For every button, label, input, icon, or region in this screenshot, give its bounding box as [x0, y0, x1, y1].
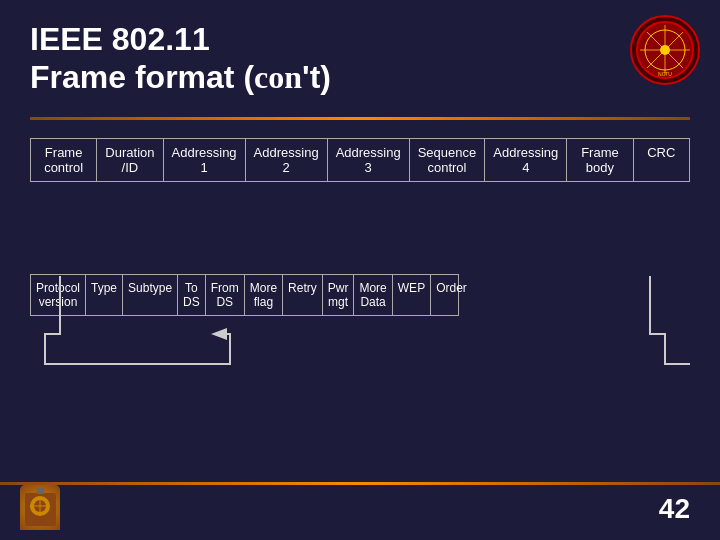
title-line2: Frame format (con't) — [30, 58, 690, 96]
col-addressing-1: Addressing1 — [164, 139, 246, 181]
bottom-logo — [20, 485, 60, 530]
col-addressing-4: Addressing4 — [485, 139, 567, 181]
col-from-ds: FromDS — [206, 275, 245, 315]
col-to-ds: To DS — [178, 275, 206, 315]
col-pwr-mgt: Pwrmgt — [323, 275, 355, 315]
svg-text:NCTU: NCTU — [658, 71, 672, 77]
title-suffix: 't) — [302, 59, 331, 95]
slide: NCTU IEEE 802.11 Frame format (con't) Fr… — [0, 0, 720, 540]
top-separator — [30, 117, 690, 120]
col-duration-id: Duration/ID — [97, 139, 163, 181]
col-crc: CRC — [634, 139, 689, 181]
title-con-word: con — [254, 59, 302, 95]
col-protocol-version: Protocolversion — [31, 275, 86, 315]
col-addressing-2: Addressing2 — [246, 139, 328, 181]
col-sequence-control: Sequencecontrol — [410, 139, 486, 181]
col-order: Order — [431, 275, 472, 315]
logo-top-right: NCTU — [630, 15, 700, 85]
col-frame-body: Framebody — [567, 139, 633, 181]
diagram-area: Protocolversion Type Subtype To DS FromD… — [30, 274, 690, 316]
col-wep: WEP — [393, 275, 431, 315]
title-line1: IEEE 802.11 — [30, 20, 690, 58]
logo-circle: NCTU — [630, 15, 700, 85]
svg-point-6 — [660, 45, 670, 55]
col-retry: Retry — [283, 275, 323, 315]
col-more-flag: Moreflag — [245, 275, 283, 315]
slide-title: IEEE 802.11 Frame format (con't) — [30, 20, 690, 97]
svg-rect-13 — [37, 488, 44, 494]
col-type: Type — [86, 275, 123, 315]
col-more-data: MoreData — [354, 275, 392, 315]
page-number: 42 — [659, 493, 690, 525]
upper-frame-table: Framecontrol Duration/ID Addressing1 Add… — [30, 138, 690, 182]
col-addressing-3: Addressing3 — [328, 139, 410, 181]
lower-frame-table: Protocolversion Type Subtype To DS FromD… — [30, 274, 459, 316]
col-subtype: Subtype — [123, 275, 178, 315]
title-prefix: Frame format ( — [30, 59, 254, 95]
col-frame-control: Framecontrol — [31, 139, 97, 181]
bottom-logo-shape — [20, 485, 60, 530]
bottom-separator — [0, 482, 720, 485]
